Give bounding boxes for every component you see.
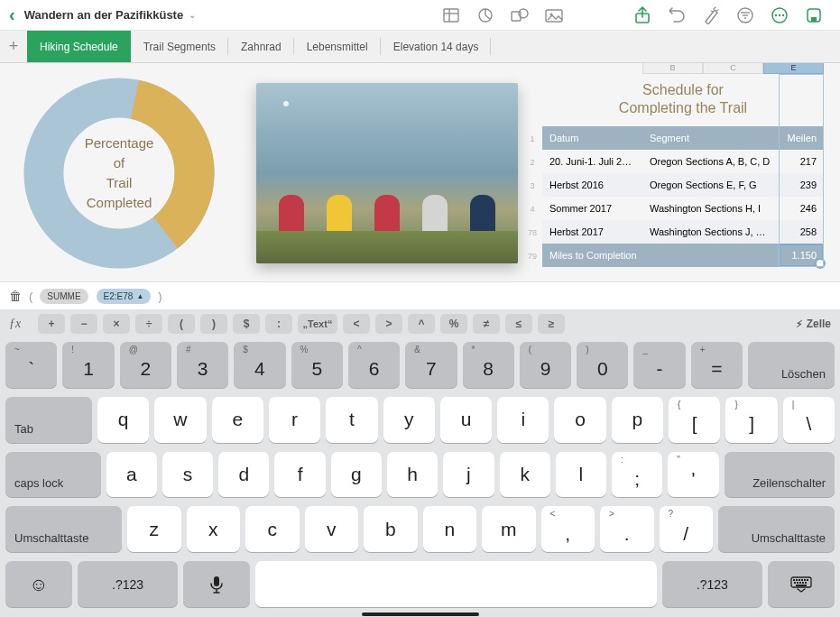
key-space[interactable]	[255, 561, 657, 607]
op-dollar[interactable]: $	[233, 314, 260, 334]
formula-reference[interactable]: E2:E78▲	[97, 289, 152, 304]
column-headers[interactable]: B C E	[542, 63, 824, 74]
key-numswitch-left[interactable]: .?123	[78, 561, 178, 607]
key-q[interactable]: q	[97, 397, 149, 443]
key-7[interactable]: &7	[405, 342, 457, 388]
key-8[interactable]: *8	[463, 342, 514, 388]
op-ge[interactable]: ≥	[538, 314, 565, 334]
key-period[interactable]: >.	[600, 506, 654, 552]
key-semicolon[interactable]: :;	[612, 452, 662, 498]
key-r[interactable]: r	[269, 397, 320, 443]
back-chevron-icon[interactable]: ‹	[9, 5, 15, 25]
key-shift-left[interactable]: Umschalttaste	[5, 506, 122, 552]
key-a[interactable]: a	[106, 452, 157, 498]
op-lt[interactable]: <	[343, 314, 370, 334]
op-pct[interactable]: %	[440, 314, 467, 334]
sheet-canvas[interactable]: PercentageofTrailCompleted 12347879 B C …	[0, 63, 840, 281]
op-rparen[interactable]: )	[200, 314, 227, 334]
table-row[interactable]: Herbst 2016Oregon Sections E, F, G239	[542, 173, 824, 197]
share-icon[interactable]	[631, 4, 654, 27]
tab-lebensmittel[interactable]: Lebensmittel	[294, 31, 381, 62]
op-minus[interactable]: −	[70, 314, 97, 334]
key-t[interactable]: t	[326, 397, 377, 443]
column-header-c[interactable]: C	[703, 63, 763, 74]
chart-icon[interactable]	[474, 4, 497, 27]
key-m[interactable]: m	[482, 506, 536, 552]
key-z[interactable]: z	[127, 506, 181, 552]
insert-icon[interactable]	[802, 4, 826, 27]
key-capslock[interactable]: caps lock	[5, 452, 101, 498]
column-header-b[interactable]: B	[642, 63, 703, 74]
tab-hiking-schedule[interactable]: Hiking Schedule	[27, 31, 131, 62]
key-c[interactable]: c	[245, 506, 300, 552]
op-plus[interactable]: +	[38, 314, 65, 334]
key-g[interactable]: g	[331, 452, 382, 498]
trash-icon[interactable]: 🗑	[9, 289, 22, 303]
donut-chart[interactable]: PercentageofTrailCompleted	[20, 74, 218, 272]
op-div[interactable]: ÷	[135, 314, 162, 334]
formula-bar[interactable]: 🗑 ( SUMME E2:E78▲ )	[0, 281, 840, 310]
key-d[interactable]: d	[218, 452, 269, 498]
op-lparen[interactable]: (	[168, 314, 195, 334]
tab-zahnrad[interactable]: Zahnrad	[228, 31, 294, 62]
key-emoji[interactable]: ☺	[5, 561, 72, 607]
key-9[interactable]: (9	[520, 342, 571, 388]
key-o[interactable]: o	[554, 397, 605, 443]
key-0[interactable]: )0	[577, 342, 628, 388]
key-lbracket[interactable]: {[	[669, 397, 720, 443]
key-b[interactable]: b	[364, 506, 418, 552]
key-f[interactable]: f	[274, 452, 325, 498]
filter-icon[interactable]	[734, 4, 757, 27]
shapes-icon[interactable]	[508, 4, 531, 27]
column-header-e[interactable]: E	[763, 63, 824, 74]
key-delete[interactable]: Löschen	[748, 342, 835, 388]
key-1[interactable]: !1	[62, 342, 114, 388]
key-shift-right[interactable]: Umschalttaste	[718, 506, 835, 552]
key-l[interactable]: l	[556, 452, 606, 498]
key-backtick[interactable]: ~`	[5, 342, 57, 388]
op-colon[interactable]: :	[265, 314, 292, 334]
title-chevron-icon[interactable]: ⌄	[189, 10, 196, 20]
key-tab[interactable]: Tab	[5, 397, 92, 443]
fx-icon[interactable]: ƒx	[9, 317, 32, 331]
op-gt[interactable]: >	[375, 314, 402, 334]
tab-elevation[interactable]: Elevation 14 days	[381, 31, 492, 62]
key-w[interactable]: w	[154, 397, 206, 443]
key-slash[interactable]: ?/	[660, 506, 714, 552]
media-icon[interactable]	[542, 4, 566, 27]
key-3[interactable]: #3	[177, 342, 228, 388]
key-k[interactable]: k	[500, 452, 550, 498]
photo-image[interactable]	[256, 83, 518, 263]
key-p[interactable]: p	[612, 397, 663, 443]
key-j[interactable]: j	[443, 452, 494, 498]
table-row[interactable]: 20. Juni-1. Juli 2016Oregon Sections A, …	[542, 150, 824, 173]
table-row[interactable]: Herbst 2017Washington Sections J, K, L25…	[542, 220, 824, 244]
key-minus[interactable]: _-	[633, 342, 685, 388]
key-h[interactable]: h	[387, 452, 438, 498]
key-rbracket[interactable]: }]	[725, 397, 777, 443]
format-icon[interactable]	[699, 4, 723, 27]
key-i[interactable]: i	[497, 397, 549, 443]
key-comma[interactable]: <,	[541, 506, 595, 552]
op-text[interactable]: „Text“	[298, 314, 337, 334]
schedule-table[interactable]: 12347879 B C E Schedule forCompleting th…	[542, 63, 824, 267]
table-total-row[interactable]: Miles to Completion 1.150	[542, 244, 824, 267]
key-dismiss-keyboard-icon[interactable]	[768, 561, 835, 607]
key-e[interactable]: e	[212, 397, 263, 443]
key-u[interactable]: u	[440, 397, 492, 443]
key-n[interactable]: n	[423, 506, 477, 552]
key-4[interactable]: $4	[234, 342, 285, 388]
add-sheet-button[interactable]: +	[0, 31, 27, 62]
key-enter[interactable]: Zeilenschalter	[725, 452, 835, 498]
key-2[interactable]: @2	[120, 342, 171, 388]
key-backslash[interactable]: |\	[783, 397, 835, 443]
table-row[interactable]: Sommer 2017Washington Sections H, I246	[542, 197, 824, 220]
op-ne[interactable]: ≠	[473, 314, 500, 334]
formula-function[interactable]: SUMME	[40, 289, 88, 304]
key-mic-icon[interactable]	[183, 561, 250, 607]
key-equals[interactable]: +=	[691, 342, 743, 388]
key-numswitch-right[interactable]: .?123	[662, 561, 762, 607]
op-le[interactable]: ≤	[505, 314, 532, 334]
table-icon[interactable]	[439, 4, 463, 27]
key-y[interactable]: y	[383, 397, 435, 443]
